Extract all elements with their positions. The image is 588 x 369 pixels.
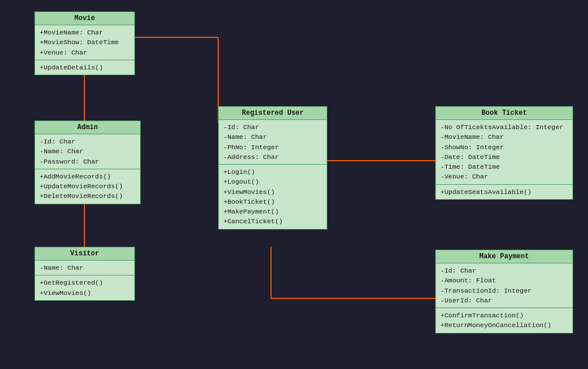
class-movie: Movie +MovieName: Char +MovieShow: DateT… xyxy=(34,11,135,75)
class-book-ticket: Book Ticket -No OfTicektsAvailable: Inte… xyxy=(435,106,573,200)
class-book-ticket-methods: +UpdateSeatsAvailable() xyxy=(436,185,572,199)
class-admin-methods: +AddMovieRecords() +UpdateMovieRecords()… xyxy=(35,169,140,204)
class-visitor: Visitor -Name: Char +GetRegistered() +Vi… xyxy=(34,247,135,301)
class-registered-user-methods: +Login() +Logout() +ViewMovies() +BookTi… xyxy=(219,165,327,229)
class-registered-user: Registered User -Id: Char -Name: Char -P… xyxy=(218,106,327,230)
class-make-payment-methods: +ConfirmTransaction() +ReturnMoneyOnCanc… xyxy=(436,308,572,333)
diagram-container: Movie +MovieName: Char +MovieShow: DateT… xyxy=(0,0,588,369)
class-visitor-attributes: -Name: Char xyxy=(35,261,134,275)
class-admin: Admin -Id: Char -Name: Char -Password: C… xyxy=(34,121,141,204)
class-registered-user-title: Registered User xyxy=(219,107,327,120)
class-make-payment-attributes: -Id: Char -Amount: Float -TransactionId:… xyxy=(436,263,572,308)
class-admin-title: Admin xyxy=(35,121,140,134)
class-make-payment-title: Make Payment xyxy=(436,250,572,263)
class-visitor-methods: +GetRegistered() +ViewMovies() xyxy=(35,275,134,300)
class-book-ticket-title: Book Ticket xyxy=(436,107,572,120)
class-visitor-title: Visitor xyxy=(35,247,134,261)
class-movie-title: Movie xyxy=(35,12,134,25)
class-admin-attributes: -Id: Char -Name: Char -Password: Char xyxy=(35,134,140,169)
class-make-payment: Make Payment -Id: Char -Amount: Float -T… xyxy=(435,250,573,333)
class-movie-methods: +UpdateDetails() xyxy=(35,60,134,75)
class-movie-attributes: +MovieName: Char +MovieShow: DateTime +V… xyxy=(35,25,134,60)
class-registered-user-attributes: -Id: Char -Name: Char -PhNo: Integer -Ad… xyxy=(219,120,327,165)
class-book-ticket-attributes: -No OfTicektsAvailable: Integer -MovieNa… xyxy=(436,120,572,185)
